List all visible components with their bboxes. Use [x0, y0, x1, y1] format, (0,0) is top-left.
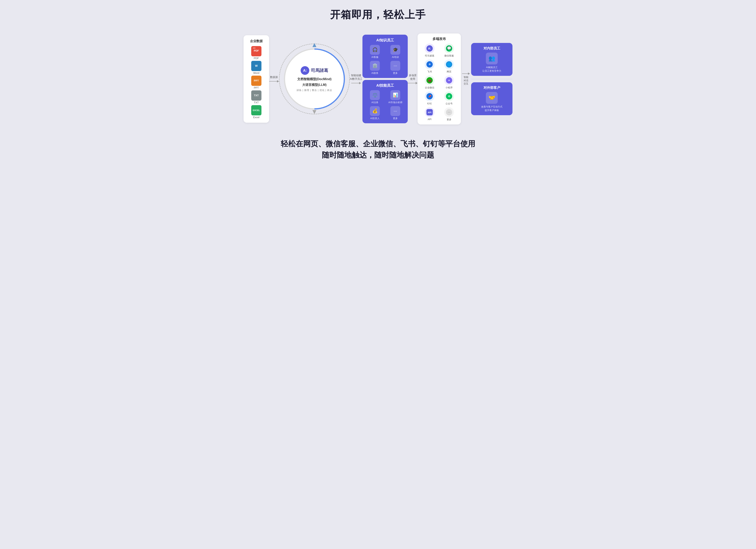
external-icon: 🤝	[486, 92, 498, 104]
platform-dingtalk: 📌 钉钉	[421, 91, 438, 105]
svg-text:A:: A:	[428, 47, 431, 50]
file-excel: EXCEL Excel	[251, 105, 261, 119]
ai-item-more2: ··· 更多	[386, 106, 405, 120]
ai-more1-icon: ···	[390, 61, 400, 71]
ai-training-icon: 🎓	[390, 45, 400, 55]
platform-feishu: ✈ 飞书	[421, 59, 438, 73]
circle-title2: 大语言模型(LLM)	[302, 83, 327, 87]
miniapp-label: 小程序	[446, 86, 453, 89]
smart-chat-section: 智能对话交互	[461, 72, 471, 85]
external-content: 🤝 改善与客户互动方式 提升客户体验	[474, 92, 509, 112]
ai-legal-icon: ⚖️	[370, 90, 380, 100]
svg-text:💬: 💬	[447, 46, 451, 50]
multi-platform-box: 多端发布 A: 司马诸葛 💬 微信客服 ✈ 飞书	[418, 33, 461, 124]
word-icon: W	[251, 61, 261, 71]
ai-analyst-icon: 📊	[390, 90, 400, 100]
qywechat-label: 企业微信	[425, 86, 434, 89]
ai-government-label: AI政务	[371, 71, 378, 75]
api-label: API	[428, 118, 431, 121]
multi-scene-arrow	[408, 82, 418, 84]
gongzhonghao-label: 公众号	[446, 102, 453, 105]
platform-sima: A: 司马诸葛	[421, 44, 438, 57]
svg-text:✦: ✦	[448, 79, 450, 82]
internal-icon: 👥	[486, 53, 498, 64]
brand-logo-icon: A:	[301, 66, 309, 75]
ai-skills-panel: AI技能员工 ⚖️ AI法务 📊 AI市场分析师 💰 AI投资人 ··· 更多	[362, 80, 408, 123]
enterprise-data-box: 企业数据 PDF PDF W Word PPT PPT	[244, 35, 269, 123]
svg-text:🌐: 🌐	[447, 62, 451, 66]
pdf-label: PDF	[254, 57, 259, 60]
brand-name: 司馬諸葛	[311, 68, 328, 73]
multi-platform-title: 多端发布	[421, 37, 458, 41]
api-icon: API	[425, 107, 435, 117]
wechat-service-icon: 💬	[444, 44, 454, 53]
circle-top-arrow-icon	[312, 43, 316, 47]
multi-scene-label: 多场景使用	[409, 74, 417, 81]
circle-subtitle: 训练 | 推理 | 整合 | 优化 | 表达	[296, 89, 332, 92]
svg-marker-14	[312, 110, 316, 114]
circle-bottom-arrow-icon	[312, 110, 316, 114]
file-word: W Word	[251, 61, 261, 74]
smart-chat-text: 智能对话交互	[464, 76, 468, 85]
ai-skills-grid: ⚖️ AI法务 📊 AI市场分析师 💰 AI投资人 ··· 更多	[366, 90, 405, 120]
datasource-arrow	[269, 80, 279, 83]
internal-desc: AI赋能员工 让员工更有竞争力	[482, 66, 501, 73]
enterprise-data-title: 企业数据	[250, 39, 263, 43]
svg-text:✈: ✈	[428, 63, 431, 66]
ai-customer-service-label: AI客服	[371, 56, 378, 59]
platform-web: 🌐 网页	[440, 59, 458, 73]
svg-text:EXCEL: EXCEL	[253, 109, 260, 111]
platform-qywechat: 💼 企业微信	[421, 75, 438, 89]
internal-content: 👥 AI赋能员工 让员工更有竞争力	[474, 53, 509, 73]
svg-text:📌: 📌	[428, 95, 431, 98]
svg-marker-13	[312, 43, 316, 47]
feishu-icon: ✈	[425, 59, 435, 69]
central-circle: A: 司馬諸葛 文档智能模型(DocMind) 大语言模型(LLM) 训练 | …	[279, 44, 350, 114]
svg-text:API: API	[428, 111, 431, 114]
datasource-label: 数据源	[270, 75, 278, 79]
file-ppt: PPT PPT	[251, 76, 261, 89]
main-diagram: 企业数据 PDF PDF W Word PPT PPT	[240, 33, 516, 124]
ai-investor-label: AI投资人	[370, 117, 379, 120]
ai-knowledge-title: AI知识员工	[366, 38, 405, 43]
ai-customer-service-icon: 🎧	[370, 45, 380, 55]
platform-more-icon: ···	[444, 107, 454, 117]
external-desc: 改善与客户互动方式 提升客户体验	[481, 105, 502, 112]
svg-text:W: W	[255, 64, 258, 67]
ai-item-customer-service: 🎧 AI客服	[366, 45, 384, 59]
multi-scene-arrow-section: 多场景使用	[408, 74, 418, 84]
web-label: 网页	[447, 70, 451, 73]
web-icon: 🌐	[444, 59, 454, 69]
ai-more2-label: 更多	[393, 117, 398, 120]
ai-panels: AI知识员工 🎧 AI客服 🎓 AI培训 🏛️ AI政务 ··· 更多	[362, 35, 408, 123]
file-pdf: PDF PDF	[251, 46, 261, 60]
smart-chat-arrow	[462, 72, 470, 75]
create-arrow-section: 智能创建AI数字员工	[350, 74, 362, 84]
external-title: 对外部客户	[474, 85, 509, 90]
svg-text:PDF: PDF	[254, 49, 259, 52]
svg-text:PPT: PPT	[254, 79, 259, 82]
ai-training-label: AI培训	[392, 56, 399, 59]
excel-icon: EXCEL	[251, 105, 261, 115]
file-txt: TXT TXT	[251, 90, 261, 104]
ai-legal-label: AI法务	[371, 101, 378, 104]
ai-skills-title: AI技能员工	[366, 83, 405, 88]
ai-more1-label: 更多	[393, 71, 398, 75]
circle-title1: 文档智能模型(DocMind)	[297, 77, 332, 81]
inner-circle: A: 司馬諸葛 文档智能模型(DocMind) 大语言模型(LLM) 训练 | …	[284, 48, 345, 109]
platform-grid: A: 司马诸葛 💬 微信客服 ✈ 飞书 🌐	[421, 44, 458, 121]
svg-text:···: ···	[448, 110, 450, 114]
platform-more: ··· 更多	[440, 107, 458, 121]
ai-knowledge-panel: AI知识员工 🎧 AI客服 🎓 AI培训 🏛️ AI政务 ··· 更多	[362, 35, 408, 78]
ppt-label: PPT	[254, 86, 259, 89]
txt-label: TXT	[254, 101, 259, 104]
platform-miniapp: ✦ 小程序	[440, 75, 458, 89]
gongzhonghao-icon: ♻	[444, 91, 454, 101]
pdf-icon: PDF	[251, 46, 261, 56]
svg-text:💼: 💼	[428, 79, 431, 82]
wechat-service-label: 微信客服	[444, 54, 454, 57]
ai-investor-icon: 💰	[370, 106, 380, 116]
ai-item-legal: ⚖️ AI法务	[366, 90, 384, 104]
page-title: 开箱即用，轻松上手	[330, 8, 426, 22]
ai-item-training: 🎓 AI培训	[386, 45, 405, 59]
